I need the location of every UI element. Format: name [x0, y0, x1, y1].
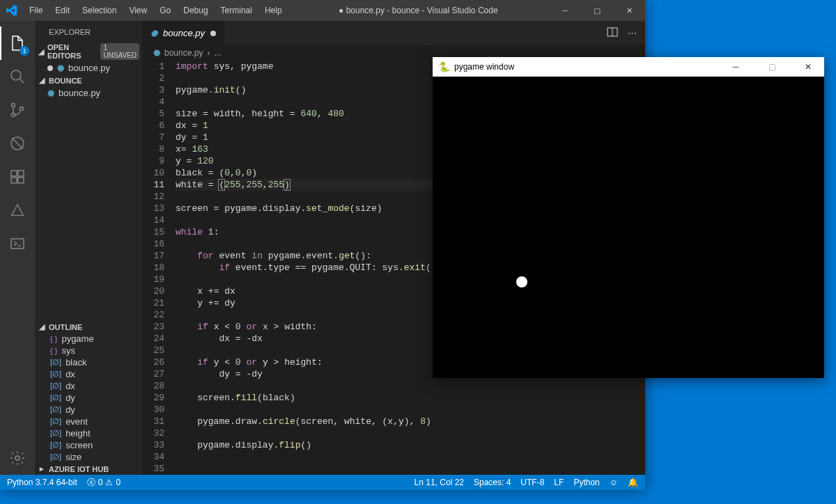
svg-point-2	[12, 113, 15, 117]
outline-item[interactable]: [∅]screen	[35, 439, 142, 451]
file-item[interactable]: ⬣ bounce.py	[35, 86, 142, 100]
line-number: 35	[142, 463, 164, 475]
outline-item[interactable]: [∅]dx	[35, 380, 142, 392]
outline-item[interactable]: [∅]dx	[35, 368, 142, 380]
outline-item-label: screen	[65, 440, 93, 450]
line-number: 9	[142, 155, 164, 167]
status-encoding[interactable]: UTF-8	[520, 478, 544, 487]
sidebar-title: EXPLORER	[35, 21, 142, 42]
more-actions-icon[interactable]: ⋯	[628, 28, 637, 38]
python-file-icon: ⬣	[57, 63, 64, 73]
svg-rect-5	[11, 171, 17, 176]
debug-icon[interactable]	[0, 127, 35, 160]
settings-icon[interactable]	[0, 441, 35, 475]
tab-bounce[interactable]: ⬣ bounce.py	[142, 21, 224, 45]
chevron-down-icon: ◢	[38, 76, 46, 85]
breadcrumb-file: bounce.py	[164, 48, 203, 58]
symbol-icon: [∅]	[50, 393, 61, 402]
line-number: 3	[142, 84, 164, 96]
outline-item[interactable]: [∅]size	[35, 451, 142, 463]
maximize-button[interactable]: ▢	[581, 0, 613, 21]
status-feedback-icon[interactable]: ☺	[610, 478, 618, 487]
status-bell-icon[interactable]: 🔔	[628, 478, 638, 487]
outline-item[interactable]: [∅]dy	[35, 392, 142, 404]
outline-item-label: height	[65, 428, 90, 439]
split-editor-icon[interactable]	[607, 26, 618, 40]
outline-item-label: event	[65, 416, 88, 427]
svg-rect-6	[11, 178, 17, 183]
status-eol[interactable]: LF	[554, 478, 564, 487]
minimize-button[interactable]: ─	[549, 0, 581, 21]
status-lang[interactable]: Python	[573, 478, 599, 487]
azure-section[interactable]: ▸ Azure IoT Hub	[35, 463, 142, 475]
menu-terminal[interactable]: Terminal	[215, 1, 258, 19]
line-number: 33	[142, 439, 164, 451]
line-number: 17	[142, 250, 164, 262]
line-number: 18	[142, 262, 164, 274]
search-icon[interactable]	[0, 60, 35, 93]
source-control-icon[interactable]	[0, 93, 35, 127]
line-number: 8	[142, 143, 164, 155]
pygame-canvas	[433, 77, 824, 378]
code-line[interactable]	[176, 380, 645, 392]
pg-maximize-button[interactable]: ▢	[756, 57, 788, 77]
code-line[interactable]	[176, 404, 645, 416]
open-editors-section[interactable]: ◢ Open Editors 1 UNSAVED	[35, 42, 142, 61]
line-number: 13	[142, 203, 164, 214]
pg-minimize-button[interactable]: ─	[720, 57, 752, 77]
menu-file[interactable]: File	[24, 1, 48, 19]
svg-point-10	[15, 456, 20, 460]
breadcrumb-rest: ...	[214, 48, 221, 58]
outline-section[interactable]: ◢ Outline	[35, 321, 142, 333]
file-name: bounce.py	[59, 88, 100, 98]
svg-rect-7	[18, 178, 24, 183]
outline-item[interactable]: { }sys	[35, 345, 142, 356]
open-editor-item[interactable]: ⬣ bounce.py	[35, 61, 142, 74]
line-number: 21	[142, 297, 164, 309]
close-button[interactable]: ✕	[613, 0, 645, 21]
code-line[interactable]	[176, 463, 645, 475]
explorer-badge: 1	[20, 46, 29, 56]
line-number: 5	[142, 108, 164, 120]
pg-close-button[interactable]: ✕	[792, 57, 824, 77]
line-number: 4	[142, 96, 164, 108]
symbol-icon: [∅]	[50, 441, 61, 450]
status-python[interactable]: Python 3.7.4 64-bit	[7, 478, 77, 487]
powershell-icon[interactable]	[0, 227, 35, 260]
line-number: 1	[142, 61, 164, 72]
status-problems[interactable]: ⓧ0 ⚠0	[87, 477, 121, 489]
line-number: 34	[142, 451, 164, 463]
extensions-icon[interactable]	[0, 160, 35, 194]
outline-item[interactable]: [∅]dy	[35, 404, 142, 416]
line-number: 29	[142, 392, 164, 404]
pygame-icon: 🐍	[438, 61, 450, 72]
warning-icon: ⚠	[105, 478, 113, 487]
code-line[interactable]: pygame.draw.circle(screen, white, (x,y),…	[176, 416, 645, 427]
chevron-right-icon: ▸	[38, 464, 46, 473]
explorer-icon[interactable]: 1	[0, 26, 35, 60]
sidebar: EXPLORER ◢ Open Editors 1 UNSAVED ⬣ boun…	[35, 21, 142, 475]
status-lncol[interactable]: Ln 11, Col 22	[415, 478, 464, 487]
folder-section[interactable]: ◢ Bounce	[35, 74, 142, 86]
menu-view[interactable]: View	[123, 1, 153, 19]
outline-item-label: dy	[65, 404, 75, 415]
status-spaces[interactable]: Spaces: 4	[474, 478, 511, 487]
line-number: 27	[142, 368, 164, 380]
line-number: 31	[142, 416, 164, 427]
code-line[interactable]	[176, 451, 645, 463]
menu-go[interactable]: Go	[154, 1, 176, 19]
unsaved-counter: 1 UNSAVED	[100, 43, 139, 60]
code-line[interactable]: screen.fill(black)	[176, 392, 645, 404]
menu-edit[interactable]: Edit	[49, 1, 75, 19]
ball	[516, 276, 527, 288]
outline-item[interactable]: [∅]event	[35, 416, 142, 427]
outline-item[interactable]: { }pygame	[35, 333, 142, 345]
code-line[interactable]	[176, 427, 645, 439]
menu-help[interactable]: Help	[259, 1, 288, 19]
azure-icon[interactable]	[0, 194, 35, 227]
outline-item[interactable]: [∅]height	[35, 427, 142, 439]
code-line[interactable]: pygame.display.flip()	[176, 439, 645, 451]
outline-item[interactable]: [∅]black	[35, 356, 142, 368]
menu-selection[interactable]: Selection	[77, 1, 122, 19]
menu-debug[interactable]: Debug	[178, 1, 213, 19]
